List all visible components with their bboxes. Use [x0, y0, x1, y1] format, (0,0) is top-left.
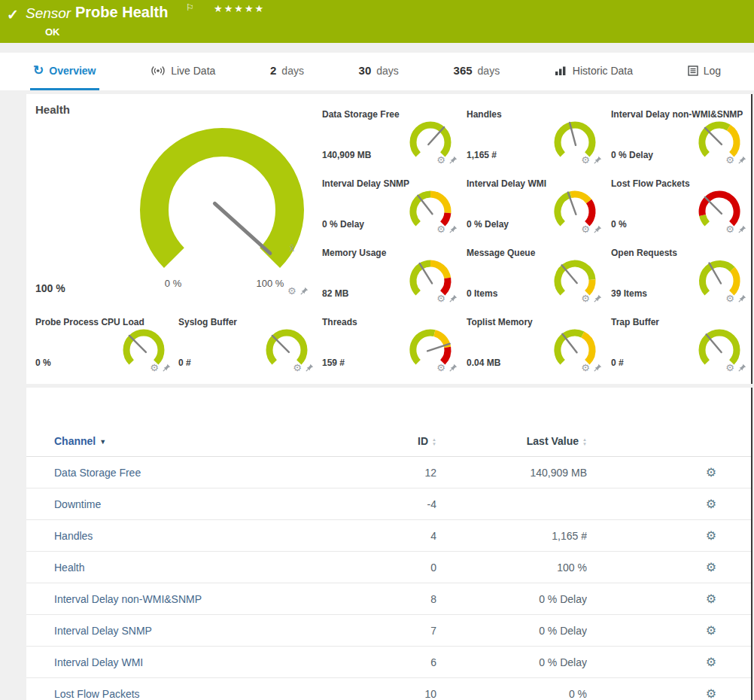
- channel-settings-cell: ⚙: [587, 647, 752, 678]
- channel-row-downtime[interactable]: Downtime-4⚙: [26, 488, 752, 520]
- gauge-data-storage-free: Data Storage Free140,909 MB⚙: [322, 109, 461, 172]
- tab-historic-data[interactable]: Historic Data: [552, 53, 636, 90]
- gear-icon[interactable]: ⚙: [436, 364, 445, 372]
- gauge-actions: ⚙: [581, 294, 602, 303]
- gear-icon[interactable]: ⚙: [725, 225, 734, 233]
- channel-id: 4: [355, 520, 436, 552]
- status-check-icon: ✓: [7, 6, 19, 23]
- channel-rows: Data Storage Free12140,909 MB⚙Downtime-4…: [26, 457, 752, 700]
- gauge-actions: ⚙: [293, 364, 314, 372]
- gear-icon[interactable]: ⚙: [581, 156, 590, 164]
- pin-icon[interactable]: [449, 364, 458, 372]
- gauge-value: 0 % Delay: [467, 219, 509, 230]
- gear-icon[interactable]: ⚙: [581, 294, 590, 303]
- gear-icon[interactable]: ⚙: [725, 364, 734, 372]
- gear-icon[interactable]: ⚙: [581, 225, 590, 233]
- column-header-channel[interactable]: Channel▼: [26, 425, 355, 457]
- channel-settings-gear-icon[interactable]: ⚙: [706, 529, 716, 542]
- gauge-actions: ⚙: [725, 294, 746, 303]
- channel-name: Interval Delay WMI: [26, 647, 355, 678]
- sort-desc-icon: ▼: [99, 438, 106, 446]
- pin-icon[interactable]: [594, 225, 602, 233]
- column-header-last-value[interactable]: Last Value▲▼: [436, 425, 587, 457]
- tab-live-data[interactable]: Live Data: [147, 53, 218, 90]
- tab-label: Live Data: [171, 65, 215, 77]
- gear-icon[interactable]: ⚙: [150, 364, 159, 372]
- pin-icon[interactable]: [163, 364, 171, 372]
- flag-icon[interactable]: ⚐: [186, 2, 194, 13]
- channel-row-health[interactable]: Health0100 %⚙: [26, 552, 752, 583]
- gear-icon[interactable]: ⚙: [293, 364, 302, 372]
- channel-row-interval-delay-snmp[interactable]: Interval Delay SNMP70 % Delay⚙: [26, 615, 752, 647]
- gear-icon[interactable]: ⚙: [581, 364, 590, 372]
- channel-settings-gear-icon[interactable]: ⚙: [706, 592, 716, 605]
- channel-settings-gear-icon[interactable]: ⚙: [706, 466, 716, 479]
- tab-30-days[interactable]: 30days: [356, 53, 402, 90]
- channel-row-lost-flow-packets[interactable]: Lost Flow Packets100 %⚙: [26, 678, 752, 700]
- live-data-icon: [150, 65, 166, 76]
- sensor-type-label: Sensor: [26, 5, 71, 22]
- pin-icon[interactable]: [449, 225, 458, 233]
- gauge-title: Memory Usage: [322, 248, 386, 258]
- gauge-title: Interval Delay SNMP: [322, 178, 409, 189]
- channel-last-value: 100 %: [436, 552, 587, 583]
- channel-settings-gear-icon[interactable]: ⚙: [706, 498, 716, 510]
- channel-row-interval-delay-wmi[interactable]: Interval Delay WMI60 % Delay⚙: [26, 647, 752, 678]
- gauge-actions: ⚙: [150, 364, 171, 372]
- pin-icon[interactable]: [449, 294, 458, 303]
- pin-icon[interactable]: [449, 156, 458, 164]
- pin-icon[interactable]: [738, 294, 746, 303]
- priority-stars[interactable]: ★★★★★: [214, 3, 265, 14]
- tab-overview[interactable]: ↻Overview: [30, 53, 99, 90]
- sort-icon: ▲▼: [582, 437, 587, 446]
- gauge-value: 82 MB: [322, 288, 348, 299]
- tab-label: days: [478, 65, 500, 77]
- gauge-syslog-buffer: Syslog Buffer0 #⚙: [178, 317, 317, 380]
- channel-settings-cell: ⚙: [587, 678, 752, 700]
- gear-icon[interactable]: ⚙: [725, 156, 734, 164]
- channel-settings-cell: ⚙: [587, 552, 752, 583]
- column-header-id[interactable]: ID▲▼: [355, 425, 436, 457]
- gear-icon[interactable]: ⚙: [725, 294, 734, 303]
- pin-icon[interactable]: [594, 156, 602, 164]
- pin-icon[interactable]: [300, 287, 309, 295]
- pin-icon[interactable]: [594, 294, 602, 303]
- pin-icon[interactable]: [738, 225, 746, 233]
- tab-log[interactable]: Log: [685, 53, 724, 90]
- gear-icon[interactable]: ⚙: [287, 287, 296, 295]
- channel-settings-gear-icon[interactable]: ⚙: [706, 687, 716, 700]
- channel-id: 0: [355, 552, 436, 583]
- gauge-value: 0 Items: [467, 288, 497, 299]
- channel-name: Handles: [26, 520, 355, 552]
- pin-icon[interactable]: [306, 364, 314, 372]
- gauge-open-requests: Open Requests39 Items⚙: [611, 248, 749, 311]
- tab-number: 2: [270, 64, 276, 77]
- tab-365-days[interactable]: 365days: [451, 53, 503, 90]
- channel-settings-gear-icon[interactable]: ⚙: [706, 624, 716, 637]
- column-label: ID: [418, 435, 428, 447]
- gauge-title: Interval Delay non-WMI&SNMP: [611, 109, 743, 120]
- channel-row-interval-delay-non-wmi-snmp[interactable]: Interval Delay non-WMI&SNMP80 % Delay⚙: [26, 583, 752, 615]
- channel-name: Interval Delay SNMP: [26, 615, 355, 647]
- channel-id: 7: [355, 615, 436, 647]
- tab-label: Log: [704, 65, 721, 77]
- channel-settings-gear-icon[interactable]: ⚙: [706, 656, 716, 668]
- channel-name: Interval Delay non-WMI&SNMP: [26, 583, 355, 615]
- gear-icon[interactable]: ⚙: [436, 294, 445, 303]
- gear-icon[interactable]: ⚙: [436, 156, 445, 164]
- channel-id: 8: [355, 583, 436, 615]
- gauge-actions: ⚙: [436, 364, 458, 372]
- pin-icon[interactable]: [738, 156, 746, 164]
- gauge-handles: Handles1,165 #⚙: [467, 109, 605, 172]
- average-marker-icon[interactable]: x̄: [290, 243, 294, 254]
- gear-icon[interactable]: ⚙: [436, 225, 445, 233]
- channel-settings-gear-icon[interactable]: ⚙: [706, 561, 716, 574]
- health-gauge-value: 100 %: [35, 282, 65, 294]
- channel-row-data-storage-free[interactable]: Data Storage Free12140,909 MB⚙: [26, 457, 752, 488]
- gauge-actions: ⚙: [581, 225, 602, 233]
- channel-row-handles[interactable]: Handles41,165 #⚙: [26, 520, 752, 552]
- tab-2-days[interactable]: 2days: [267, 53, 307, 90]
- gauge-interval-delay-wmi: Interval Delay WMI0 % Delay⚙: [467, 178, 605, 242]
- pin-icon[interactable]: [594, 364, 602, 372]
- pin-icon[interactable]: [738, 364, 746, 372]
